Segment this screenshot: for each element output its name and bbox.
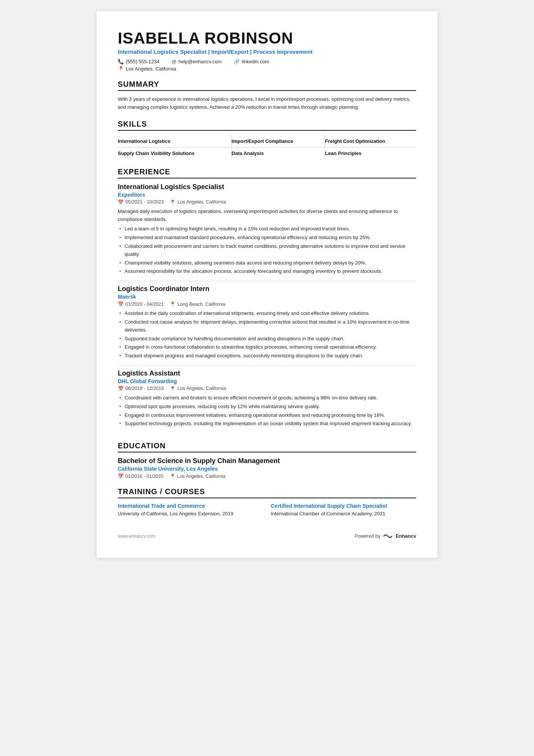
training-grid: International Trade and Commerce Univers… xyxy=(118,503,416,518)
enhancv-branding: Powered by Enhancv xyxy=(354,533,416,540)
contact-row: 📞 (555) 555-1234 @ help@enhancv.com 🔗 li… xyxy=(118,59,416,64)
job-2-title: Logistics Coordinator Intern xyxy=(118,285,416,293)
skill-cell: Freight Cost Optimization xyxy=(325,135,416,147)
edu-dates: 📅 01/2016 - 01/2020 xyxy=(118,473,164,479)
job-2-dates: 📅 01/2020 - 04/2021 xyxy=(118,301,164,307)
enhancv-icon xyxy=(383,533,393,540)
training-item-1: International Trade and Commerce Univers… xyxy=(118,503,263,518)
summary-section: SUMMARY With 3 years of experience in in… xyxy=(118,80,416,111)
location-icon: 📍 xyxy=(118,66,124,72)
job-1-bullets: Led a team of 5 in optimizing freight la… xyxy=(118,225,416,275)
bullet-item: Supported trade compliance by handling d… xyxy=(119,335,416,343)
location-pin-icon: 📍 xyxy=(170,386,176,391)
training-2-name: Certified International Supply Chain Spe… xyxy=(271,503,416,509)
job-3-company: DHL Global Forwarding xyxy=(118,378,416,384)
brand-name: Enhancv xyxy=(396,533,416,539)
edu-school: California State University, Los Angeles xyxy=(118,466,416,472)
email-item: @ help@enhancv.com xyxy=(172,59,222,64)
bullet-item: Assumed responsibility for the allocatio… xyxy=(119,268,416,275)
resume-container: ISABELLA ROBINSON International Logistic… xyxy=(97,11,437,558)
experience-title: EXPERIENCE xyxy=(118,167,416,178)
location-text: Los Angeles, California xyxy=(126,66,176,72)
phone-icon: 📞 xyxy=(118,59,124,64)
training-2-detail: International Chamber of Commerce Academ… xyxy=(271,510,416,518)
edu-location: 📍 Los Angeles, California xyxy=(170,473,225,479)
calendar-icon: 📅 xyxy=(118,301,124,307)
footer: www.enhancv.com Powered by Enhancv xyxy=(118,533,416,540)
job-2-location: 📍 Long Beach, California xyxy=(170,301,225,307)
job-2: Logistics Coordinator Intern Maersk 📅 01… xyxy=(118,285,416,366)
bullet-item: Supported technology projects, including… xyxy=(119,420,416,428)
email-address: help@enhancv.com xyxy=(178,59,222,64)
education-title: EDUCATION xyxy=(118,441,416,452)
training-1-detail: University of California, Los Angeles Ex… xyxy=(118,510,263,518)
footer-website: www.enhancv.com xyxy=(118,534,155,539)
bullet-item: Coordinated with carriers and brokers to… xyxy=(119,394,416,402)
header: ISABELLA ROBINSON International Logistic… xyxy=(118,30,416,72)
skill-cell: International Logistics xyxy=(118,135,231,147)
training-item-2: Certified International Supply Chain Spe… xyxy=(271,503,416,518)
skill-cell: Supply Chain Visibility Solutions xyxy=(118,147,231,159)
job-3: Logistics Assistant DHL Global Forwardin… xyxy=(118,369,416,433)
candidate-name: ISABELLA ROBINSON xyxy=(118,30,416,47)
skills-title: SKILLS xyxy=(118,120,416,131)
bullet-item: Collaborated with procurement and carrie… xyxy=(119,243,416,258)
skills-row-1: International Logistics Import/Export Co… xyxy=(118,135,416,147)
linkedin-item: 🔗 linkedin.com xyxy=(234,59,269,64)
job-3-location: 📍 Los Angeles, California xyxy=(170,386,226,391)
skill-cell: Lean Principles xyxy=(325,147,416,159)
bullet-item: Assisted in the daily coordination of in… xyxy=(119,310,416,318)
job-2-bullets: Assisted in the daily coordination of in… xyxy=(118,310,416,360)
job-3-meta: 📅 06/2019 - 12/2019 📍 Los Angeles, Calif… xyxy=(118,386,416,391)
edu-meta: 📅 01/2016 - 01/2020 📍 Los Angeles, Calif… xyxy=(118,473,416,479)
candidate-title: International Logistics Specialist | Imp… xyxy=(118,49,416,55)
summary-title: SUMMARY xyxy=(118,80,416,91)
powered-by-text: Powered by xyxy=(354,533,381,539)
job-1: International Logistics Specialist Exped… xyxy=(118,183,416,281)
calendar-icon: 📅 xyxy=(118,199,124,205)
training-1-name: International Trade and Commerce xyxy=(118,503,263,509)
edu-degree: Bachelor of Science in Supply Chain Mana… xyxy=(118,457,416,465)
skills-table: International Logistics Import/Export Co… xyxy=(118,135,416,159)
job-1-title: International Logistics Specialist xyxy=(118,183,416,191)
bullet-item: Optimized spot quote processes, reducing… xyxy=(119,403,416,411)
training-section: TRAINING / COURSES International Trade a… xyxy=(118,487,416,518)
skill-cell: Import/Export Compliance xyxy=(231,135,325,147)
bullet-item: Conducted root cause analysis for shipme… xyxy=(119,318,416,334)
linkedin-icon: 🔗 xyxy=(234,59,240,64)
calendar-icon: 📅 xyxy=(118,474,124,479)
education-section: EDUCATION Bachelor of Science in Supply … xyxy=(118,441,416,479)
skills-row-2: Supply Chain Visibility Solutions Data A… xyxy=(118,147,416,159)
job-1-company: Expeditors xyxy=(118,192,416,198)
job-1-meta: 📅 05/2021 - 10/2023 📍 Los Angeles, Calif… xyxy=(118,199,416,205)
job-3-title: Logistics Assistant xyxy=(118,369,416,377)
bullet-item: Implemented and maintained standard proc… xyxy=(119,234,416,242)
summary-text: With 3 years of experience in internatio… xyxy=(118,95,416,111)
bullet-item: Tracked shipment progress and managed ex… xyxy=(119,352,416,360)
bullet-item: Led a team of 5 in optimizing freight la… xyxy=(119,225,416,233)
location-pin-icon: 📍 xyxy=(170,301,176,307)
location-pin-icon: 📍 xyxy=(170,474,176,479)
job-2-meta: 📅 01/2020 - 04/2021 📍 Long Beach, Califo… xyxy=(118,301,416,307)
experience-section: EXPERIENCE International Logistics Speci… xyxy=(118,167,416,433)
email-icon: @ xyxy=(172,59,176,64)
phone-item: 📞 (555) 555-1234 xyxy=(118,59,159,64)
bullet-item: Engaged in cross-functional collaboratio… xyxy=(119,343,416,351)
job-1-first-bullet: Managed daily execution of logistics ope… xyxy=(118,208,416,224)
skill-cell: Data Analysis xyxy=(231,147,325,159)
bullet-item: Engaged in continuous improvement initia… xyxy=(119,412,416,419)
skills-section: SKILLS International Logistics Import/Ex… xyxy=(118,120,416,159)
training-title: TRAINING / COURSES xyxy=(118,487,416,498)
job-3-bullets: Coordinated with carriers and brokers to… xyxy=(118,394,416,428)
location-pin-icon: 📍 xyxy=(170,199,176,205)
location-row: 📍 Los Angeles, California xyxy=(118,66,416,72)
phone-number: (555) 555-1234 xyxy=(126,59,159,64)
job-2-company: Maersk xyxy=(118,294,416,300)
job-1-location: 📍 Los Angeles, California xyxy=(170,199,226,205)
job-1-dates: 📅 05/2021 - 10/2023 xyxy=(118,199,164,205)
calendar-icon: 📅 xyxy=(118,386,124,391)
linkedin-url: linkedin.com xyxy=(242,59,269,64)
job-3-dates: 📅 06/2019 - 12/2019 xyxy=(118,386,164,391)
bullet-item: Championed visibility solutions, allowin… xyxy=(119,259,416,267)
